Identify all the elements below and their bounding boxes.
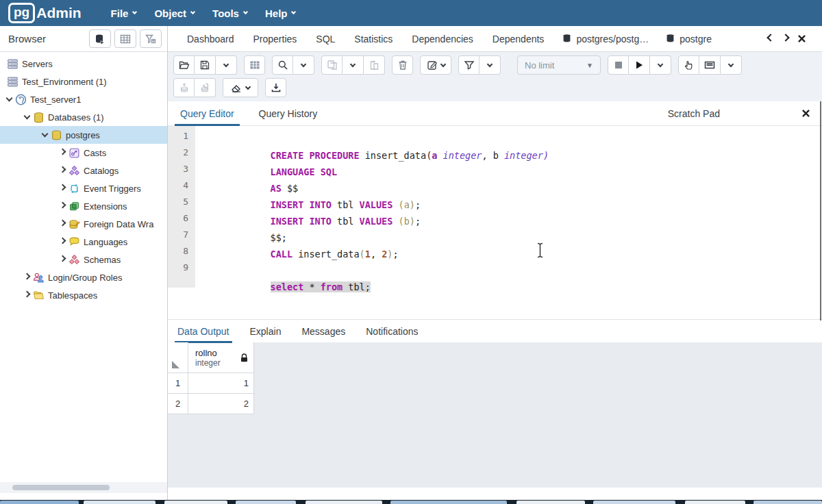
close-scratch-pad-icon[interactable]: [802, 110, 810, 117]
tree-item-foreign-data-wrappers[interactable]: Foreign Data Wra: [0, 215, 167, 233]
tab-sql[interactable]: SQL: [306, 34, 345, 45]
tree-item-login-group-roles[interactable]: Login/Group Roles: [0, 268, 167, 286]
execute-button[interactable]: [629, 55, 650, 75]
chevron-right-icon[interactable]: [60, 166, 66, 173]
find-button[interactable]: [272, 55, 293, 75]
code-area[interactable]: CREATE PROCEDURE insert_data(a integer, …: [195, 126, 822, 319]
scratch-pad-edge: [820, 101, 821, 320]
code-token: integer: [443, 150, 482, 161]
menu-file[interactable]: File: [102, 0, 146, 26]
menu-object[interactable]: Object: [145, 0, 203, 26]
tab-query-tool-postgre[interactable]: postgre: [657, 34, 720, 45]
save-file-button[interactable]: [195, 55, 216, 75]
tree-item-tablespaces[interactable]: Tablespaces: [0, 286, 167, 304]
filter-rows-button[interactable]: [458, 55, 480, 75]
tab-dependencies[interactable]: Dependencies: [402, 34, 483, 45]
tab-data-output[interactable]: Data Output: [177, 320, 229, 343]
tab-query-editor[interactable]: Query Editor: [177, 101, 237, 126]
execute-options-dropdown[interactable]: [650, 55, 671, 75]
macro-button[interactable]: [699, 55, 721, 75]
macro-options-dropdown[interactable]: [721, 55, 742, 75]
scrollbar-thumb[interactable]: [12, 485, 110, 490]
chevron-down-icon: [291, 10, 296, 14]
tree-item-test-environment[interactable]: Test_Environment (1): [0, 73, 167, 90]
row-number-cell[interactable]: 1: [168, 373, 188, 394]
tree-item-extensions[interactable]: Extensions: [0, 197, 167, 215]
copy-options-dropdown[interactable]: [342, 55, 364, 75]
chevron-down-icon[interactable]: [24, 113, 31, 120]
chevron-down-icon[interactable]: [42, 131, 49, 138]
chevron-right-icon[interactable]: [60, 238, 66, 244]
tree-item-catalogs[interactable]: Catalogs: [0, 162, 167, 179]
tab-query-tool-postgres[interactable]: postgres/postg…: [553, 34, 657, 45]
menu-help[interactable]: Help: [256, 0, 305, 26]
rollback-button[interactable]: [195, 78, 216, 97]
commit-button[interactable]: [173, 78, 195, 97]
menu-tools[interactable]: Tools: [203, 0, 256, 26]
dependencies-grid-button[interactable]: [114, 29, 136, 48]
delete-button[interactable]: [392, 55, 413, 75]
value-cell[interactable]: 1: [188, 373, 254, 394]
tree-item-postgres[interactable]: postgres: [0, 126, 167, 144]
edit-options-button[interactable]: [420, 55, 451, 75]
scroll-tabs-left-icon[interactable]: [767, 34, 774, 41]
value-cell[interactable]: 2: [188, 394, 254, 414]
row-limit-select[interactable]: No limit ▼: [517, 55, 601, 75]
tab-statistics[interactable]: Statistics: [345, 34, 402, 45]
commit-mode-button[interactable]: [678, 55, 699, 75]
clear-query-button[interactable]: [223, 78, 258, 97]
paste-button[interactable]: [364, 55, 385, 75]
close-tab-icon[interactable]: [798, 35, 806, 42]
result-row[interactable]: 1 1: [168, 373, 254, 394]
tree-item-languages[interactable]: Languages: [0, 233, 167, 251]
code-token: $$: [282, 183, 298, 194]
tree-item-servers[interactable]: Servers: [0, 55, 167, 73]
tree-item-databases[interactable]: Databases (1): [0, 108, 167, 126]
chevron-right-icon[interactable]: [60, 202, 66, 209]
code-line: select * from tbl;: [203, 262, 822, 279]
chevron-right-icon[interactable]: [60, 149, 66, 155]
chevron-right-icon[interactable]: [60, 184, 66, 191]
filter-button[interactable]: [140, 29, 162, 48]
chevron-right-icon[interactable]: [60, 220, 66, 227]
row-number-cell[interactable]: 2: [168, 394, 188, 414]
find-options-dropdown[interactable]: [293, 55, 314, 75]
tab-dependents[interactable]: Dependents: [483, 34, 554, 45]
tab-dashboard[interactable]: Dashboard: [177, 34, 244, 45]
tab-properties[interactable]: Properties: [244, 34, 307, 45]
chevron-right-icon[interactable]: [24, 273, 31, 280]
databases-icon: [33, 112, 45, 123]
stop-button[interactable]: [608, 55, 629, 75]
code-token: VALUES: [360, 216, 393, 227]
tree-item-schemas[interactable]: Schemas: [0, 251, 167, 268]
code-token: ;: [415, 216, 421, 227]
chevron-down-icon[interactable]: [6, 95, 13, 102]
chevron-right-icon[interactable]: [60, 255, 66, 262]
copy-button[interactable]: [321, 55, 342, 75]
edit-grid-button[interactable]: [244, 55, 265, 75]
tab-query-history[interactable]: Query History: [256, 101, 321, 126]
line-number: 6: [168, 213, 195, 229]
tab-label: Query Editor: [180, 108, 234, 119]
open-file-button[interactable]: [173, 55, 195, 75]
column-header-rollno[interactable]: rollno integer: [188, 342, 254, 373]
tree-item-event-triggers[interactable]: Event Triggers: [0, 179, 167, 197]
tab-notifications[interactable]: Notifications: [366, 320, 418, 343]
scroll-tabs-right-icon[interactable]: [782, 34, 789, 41]
save-options-dropdown[interactable]: [216, 55, 237, 75]
tree-item-casts[interactable]: Casts: [0, 144, 167, 162]
sql-editor[interactable]: 1 2 3 4 5 6 7 8 9 CREATE PROCEDURE inser…: [168, 126, 822, 319]
code-line: CALL insert_data(1, 2);: [203, 229, 822, 246]
tree-item-test-server1[interactable]: Test_server1: [0, 90, 167, 108]
filter-options-dropdown[interactable]: [480, 55, 501, 75]
result-row[interactable]: 2 2: [168, 394, 254, 414]
tab-label: Notifications: [366, 326, 418, 337]
tab-explain[interactable]: Explain: [250, 320, 282, 343]
object-explorer-button[interactable]: [89, 29, 111, 48]
chevron-right-icon[interactable]: [24, 291, 31, 298]
tab-label: Messages: [301, 326, 345, 337]
sidebar-horizontal-scrollbar[interactable]: [0, 482, 167, 493]
select-all-corner-cell[interactable]: [168, 342, 188, 373]
tab-messages[interactable]: Messages: [301, 320, 345, 343]
download-results-button[interactable]: [265, 78, 286, 97]
